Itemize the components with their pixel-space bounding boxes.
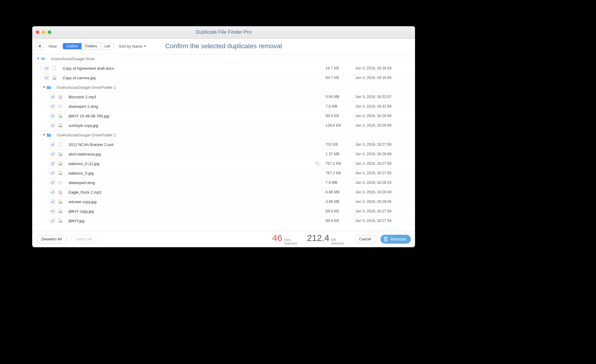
close-window-button[interactable] xyxy=(36,30,39,34)
folder-path: /Users/lucia/Google Drive/Folder 2 xyxy=(57,133,409,137)
file-checkbox[interactable] xyxy=(51,190,55,194)
file-type-icon xyxy=(58,142,66,147)
minimize-window-button[interactable] xyxy=(42,30,45,34)
file-size: 88.9 KB xyxy=(326,219,355,223)
file-date: Jun 3, 2019, 16:32:07 xyxy=(355,95,409,99)
file-row[interactable]: diskexpert.dmg7.6 MBJun 3, 2019, 16:28:3… xyxy=(32,178,415,188)
file-size: 767.2 KB xyxy=(326,161,355,166)
file-size: 1.37 MB xyxy=(326,152,355,156)
view-outline-tab[interactable]: Outline xyxy=(63,43,82,49)
file-checkbox[interactable] xyxy=(51,95,55,99)
deselect-all-button[interactable]: Deselect All xyxy=(36,235,67,243)
file-name: balloons_0.jpg xyxy=(69,171,326,175)
file-row[interactable]: j6iKIY copy.jpg88.9 KBJun 3, 2019, 16:27… xyxy=(32,207,415,216)
file-name: edceee copy.jpg xyxy=(69,200,326,204)
file-size: 767.2 KB xyxy=(326,171,355,175)
file-checkbox[interactable] xyxy=(51,104,55,108)
file-checkbox[interactable] xyxy=(45,76,49,80)
size-label-top: MB xyxy=(331,238,344,242)
file-date: Jun 3, 2019, 16:27:58 xyxy=(355,161,409,166)
file-row[interactable]: balloons_0 (1).jpg767.2 KBJun 3, 2019, 1… xyxy=(32,159,415,169)
file-checkbox[interactable] xyxy=(51,123,55,127)
file-checkbox[interactable] xyxy=(51,181,55,185)
file-checkbox[interactable] xyxy=(51,142,55,147)
file-type-icon xyxy=(58,152,66,156)
file-list[interactable]: /Users/lucia/Google DriveCopy of Agreeme… xyxy=(32,54,415,231)
svg-point-12 xyxy=(316,162,318,164)
traffic-lights xyxy=(36,30,51,34)
view-list-tab[interactable]: List xyxy=(101,43,114,49)
svg-point-11 xyxy=(59,163,60,164)
file-row[interactable]: surfstyle copy.jpg128.8 KBJun 3, 2019, 1… xyxy=(32,121,415,130)
file-row[interactable]: Blizzards 2.mp35.06 MBJun 3, 2019, 16:32… xyxy=(32,92,415,102)
select-all-button[interactable]: Select All xyxy=(71,235,97,243)
file-type-icon xyxy=(58,199,66,204)
app-window: Duplicate File Finder Pro View: Outline … xyxy=(32,26,415,247)
file-name: Blizzards 2.mp3 xyxy=(69,95,326,99)
file-name: surfstyle copy.jpg xyxy=(69,123,326,128)
file-row[interactable]: diskexpert 2.dmg7.6 MBJun 3, 2019, 16:31… xyxy=(32,102,415,111)
disclosure-triangle-icon[interactable] xyxy=(43,86,45,88)
file-row[interactable]: Eagle_Rock 2.mp36.88 MBJun 3, 2019, 16:2… xyxy=(32,188,415,197)
disclosure-triangle-icon[interactable] xyxy=(37,58,39,60)
size-selected-stat: 212.4 MB Selected xyxy=(307,233,344,245)
svg-point-21 xyxy=(59,210,60,211)
file-checkbox[interactable] xyxy=(51,209,55,213)
file-checkbox[interactable] xyxy=(51,219,55,223)
file-type-icon xyxy=(58,123,66,128)
file-type-icon xyxy=(58,218,66,223)
file-size: 7.6 MB xyxy=(326,104,355,108)
file-checkbox[interactable] xyxy=(51,114,55,118)
back-button[interactable] xyxy=(36,42,44,50)
file-date: Jun 3, 2019, 16:31:59 xyxy=(355,104,409,108)
file-row[interactable]: Copy of carrera.jpg64.7 KBJun 3, 2019, 1… xyxy=(32,73,415,83)
file-date: Jun 3, 2019, 16:28:49 xyxy=(355,190,409,194)
file-row[interactable]: Copy of Agreement draft.docx16.7 KBJun 3… xyxy=(32,64,415,73)
sort-dropdown[interactable]: Sort by Name xyxy=(119,44,146,49)
folder-group-row[interactable]: /Users/lucia/Google Drive/Folder 1 xyxy=(32,83,415,92)
quicklook-icon[interactable] xyxy=(315,161,320,166)
file-row[interactable]: j6iKIY 15-49-06-785.jpg88.9 KBJun 3, 201… xyxy=(32,111,415,121)
file-checkbox[interactable] xyxy=(51,152,55,156)
file-row[interactable]: j6iKIY.jpg88.9 KBJun 3, 2019, 16:27:56 xyxy=(32,216,415,226)
page-heading: Confirm the selected duplicates removal xyxy=(165,42,282,50)
trash-icon xyxy=(383,237,388,242)
cancel-button[interactable]: Cancel xyxy=(354,235,376,243)
file-size: 6.88 MB xyxy=(326,190,355,194)
svg-point-15 xyxy=(59,172,60,173)
folder-group-row[interactable]: /Users/lucia/Google Drive/Folder 2 xyxy=(32,130,415,140)
remove-button[interactable]: Remove xyxy=(380,235,411,244)
file-type-icon xyxy=(58,104,66,109)
file-checkbox[interactable] xyxy=(51,161,55,166)
file-checkbox[interactable] xyxy=(51,200,55,204)
file-date: Jun 3, 2019, 16:27:56 xyxy=(355,142,409,147)
file-name: Copy of carrera.jpg xyxy=(63,76,326,80)
svg-point-3 xyxy=(59,106,61,107)
window-title: Duplicate File Finder Pro xyxy=(36,29,411,35)
view-folders-tab[interactable]: Folders xyxy=(82,43,101,49)
svg-point-9 xyxy=(59,153,60,154)
file-name: Copy of Agreement draft.docx xyxy=(63,66,326,71)
file-checkbox[interactable] xyxy=(45,66,49,70)
file-date: Jun 3, 2019, 16:18:34 xyxy=(355,66,409,70)
svg-line-13 xyxy=(318,164,319,165)
file-row[interactable]: alvin-balemesa.jpg1.37 MBJun 3, 2019, 16… xyxy=(32,150,415,159)
file-name: 2011 NCAA Bracket 2.vsd xyxy=(69,142,326,147)
file-row[interactable]: balloons_0.jpg767.2 KBJun 3, 2019, 16:27… xyxy=(32,169,415,178)
file-row[interactable]: edceee copy.jpg3.88 MBJun 3, 2019, 16:29… xyxy=(32,197,415,207)
size-label-bottom: Selected xyxy=(331,242,344,245)
file-type-icon xyxy=(58,113,66,118)
file-name: j6iKIY copy.jpg xyxy=(69,209,326,214)
disclosure-triangle-icon[interactable] xyxy=(43,134,45,136)
view-label: View: xyxy=(48,44,58,49)
file-row[interactable]: 2011 NCAA Bracket 2.vsd702 KBJun 3, 2019… xyxy=(32,140,415,150)
file-name: balloons_0 (1).jpg xyxy=(69,161,315,166)
file-date: Jun 3, 2019, 16:27:58 xyxy=(355,209,409,213)
file-checkbox[interactable] xyxy=(51,171,55,175)
file-date: Jun 3, 2019, 16:28:09 xyxy=(355,152,409,156)
chevron-left-icon xyxy=(38,45,41,48)
svg-point-5 xyxy=(59,115,60,116)
file-size: 88.9 KB xyxy=(326,114,355,118)
zoom-window-button[interactable] xyxy=(48,30,51,34)
folder-group-row[interactable]: /Users/lucia/Google Drive xyxy=(32,54,415,64)
